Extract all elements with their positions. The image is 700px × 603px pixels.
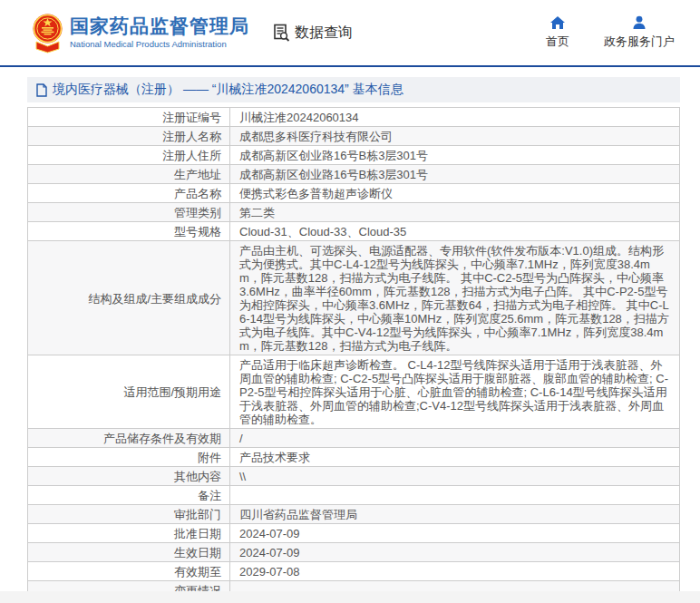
table-row: 有效期至2029-07-08 (28, 562, 680, 581)
row-value: Cloud-31、Cloud-33、Cloud-35 (230, 222, 680, 241)
row-label: 注册证编号 (28, 108, 230, 127)
row-label: 有效期至 (28, 562, 230, 581)
row-label: 注册人住所 (28, 146, 230, 165)
row-value: 2029-07-08 (230, 562, 680, 581)
row-value: 成都高新区创业路16号B栋3层301号 (230, 146, 680, 165)
user-icon (632, 15, 647, 30)
table-row: 备注 (28, 486, 680, 505)
info-table: 注册证编号川械注准20242060134注册人名称成都思多科医疗科技有限公司注册… (27, 107, 680, 603)
table-row: 注册人住所成都高新区创业路16号B栋3层301号 (28, 146, 680, 165)
org-name-zh: 国家药品监督管理局 (70, 15, 249, 37)
page-title-bar: 境内医疗器械（注册） —— “川械注准20242060134” 基本信息 (27, 77, 680, 102)
row-label: 生产地址 (28, 165, 230, 184)
row-label: 产品储存条件及有效期 (28, 429, 230, 448)
row-label: 管理类别 (28, 203, 230, 222)
row-label: 备注 (28, 486, 230, 505)
table-row: 附件产品技术要求 (28, 448, 680, 467)
table-row: 产品名称便携式彩色多普勒超声诊断仪 (28, 184, 680, 203)
row-label: 附件 (28, 448, 230, 467)
home-icon (549, 15, 566, 30)
row-value: 产品技术要求 (230, 448, 680, 467)
row-value: \\ (230, 467, 680, 486)
org-name-en: National Medical Products Administration (70, 39, 249, 50)
table-row: 其他内容\\ (28, 467, 680, 486)
table-row: 批准日期2024-07-09 (28, 524, 680, 543)
table-row: 注册人名称成都思多科医疗科技有限公司 (28, 127, 680, 146)
row-value: 产品由主机、可选探头、电源适配器、专用软件(软件发布版本:V1.0)组成。结构形… (230, 241, 680, 355)
data-query-label: 数据查询 (295, 24, 353, 43)
nav-portal[interactable]: 政务服务门户 (604, 15, 675, 50)
footer-strip (0, 591, 700, 603)
row-label: 型号规格 (28, 222, 230, 241)
row-label: 产品名称 (28, 184, 230, 203)
main-content: 境内医疗器械（注册） —— “川械注准20242060134” 基本信息 注册证… (27, 77, 680, 603)
row-label: 其他内容 (28, 467, 230, 486)
row-value: 产品适用于临床超声诊断检查。 C-L4-12型号线阵探头适用于适用于浅表脏器、外… (230, 355, 680, 429)
page-title: 境内医疗器械（注册） —— “川械注准20242060134” 基本信息 (53, 82, 403, 98)
table-row: 生效日期2024-07-09 (28, 543, 680, 562)
brand-text: 国家药品监督管理局 National Medical Products Admi… (70, 15, 249, 50)
row-label: 生效日期 (28, 543, 230, 562)
row-label: 结构及组成/主要组成成分 (28, 241, 230, 355)
info-table-body: 注册证编号川械注准20242060134注册人名称成都思多科医疗科技有限公司注册… (28, 108, 680, 603)
row-value: / (230, 429, 680, 448)
row-label: 审批部门 (28, 505, 230, 524)
table-row: 型号规格Cloud-31、Cloud-33、Cloud-35 (28, 222, 680, 241)
table-row: 结构及组成/主要组成成分产品由主机、可选探头、电源适配器、专用软件(软件发布版本… (28, 241, 680, 355)
row-value (230, 486, 680, 505)
table-row: 管理类别第二类 (28, 203, 680, 222)
table-row: 生产地址成都高新区创业路16号B栋3层301号 (28, 165, 680, 184)
national-emblem-icon (33, 12, 63, 53)
document-icon (36, 83, 47, 97)
row-value: 成都思多科医疗科技有限公司 (230, 127, 680, 146)
nav-portal-label: 政务服务门户 (604, 34, 675, 50)
row-label: 批准日期 (28, 524, 230, 543)
row-value: 成都高新区创业路16号B栋3层301号 (230, 165, 680, 184)
row-value: 2024-07-09 (230, 524, 680, 543)
site-header: 国家药品监督管理局 National Medical Products Admi… (0, 0, 700, 67)
table-row: 注册证编号川械注准20242060134 (28, 108, 680, 127)
table-row: 审批部门四川省药品监督管理局 (28, 505, 680, 524)
row-label: 适用范围/预期用途 (28, 355, 230, 429)
nav-home[interactable]: 首页 (546, 15, 569, 50)
row-value: 便携式彩色多普勒超声诊断仪 (230, 184, 680, 203)
row-value: 第二类 (230, 203, 680, 222)
table-row: 适用范围/预期用途产品适用于临床超声诊断检查。 C-L4-12型号线阵探头适用于… (28, 355, 680, 429)
row-value: 川械注准20242060134 (230, 108, 680, 127)
row-value: 四川省药品监督管理局 (230, 505, 680, 524)
nav-home-label: 首页 (546, 34, 569, 50)
row-label: 注册人名称 (28, 127, 230, 146)
site-logo[interactable]: 国家药品监督管理局 National Medical Products Admi… (33, 12, 249, 53)
data-query-nav[interactable]: 数据查询 (273, 24, 353, 43)
row-value: 2024-07-09 (230, 543, 680, 562)
table-row: 产品储存条件及有效期/ (28, 429, 680, 448)
document-search-icon (273, 24, 290, 42)
